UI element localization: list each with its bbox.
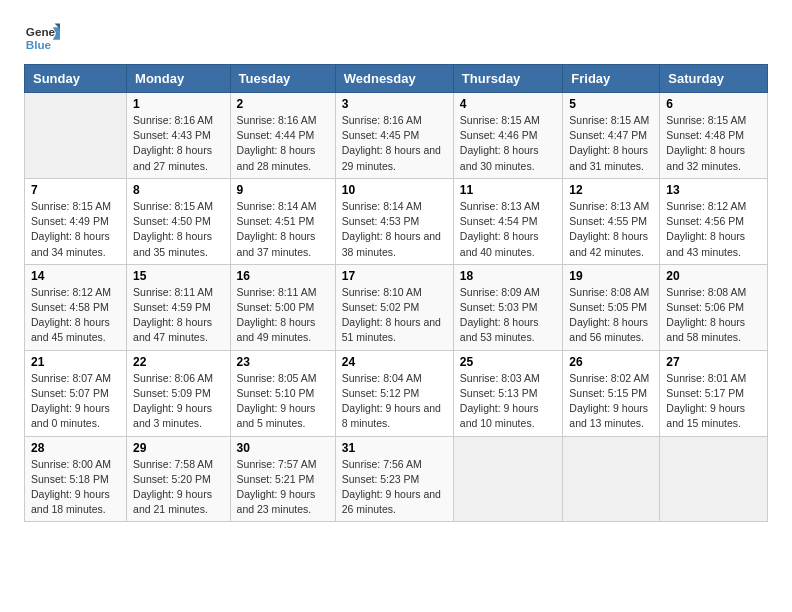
day-cell: 25Sunrise: 8:03 AMSunset: 5:13 PMDayligh… xyxy=(453,350,562,436)
day-cell: 26Sunrise: 8:02 AMSunset: 5:15 PMDayligh… xyxy=(563,350,660,436)
day-number: 16 xyxy=(237,269,329,283)
day-number: 5 xyxy=(569,97,653,111)
day-number: 2 xyxy=(237,97,329,111)
day-number: 14 xyxy=(31,269,120,283)
day-number: 6 xyxy=(666,97,761,111)
header-cell-sunday: Sunday xyxy=(25,65,127,93)
week-row-3: 14Sunrise: 8:12 AMSunset: 4:58 PMDayligh… xyxy=(25,264,768,350)
day-cell: 2Sunrise: 8:16 AMSunset: 4:44 PMDaylight… xyxy=(230,93,335,179)
day-cell: 15Sunrise: 8:11 AMSunset: 4:59 PMDayligh… xyxy=(127,264,230,350)
day-info: Sunrise: 8:01 AMSunset: 5:17 PMDaylight:… xyxy=(666,371,761,432)
day-cell xyxy=(660,436,768,522)
day-cell: 17Sunrise: 8:10 AMSunset: 5:02 PMDayligh… xyxy=(335,264,453,350)
day-info: Sunrise: 8:16 AMSunset: 4:43 PMDaylight:… xyxy=(133,113,223,174)
header-cell-monday: Monday xyxy=(127,65,230,93)
day-info: Sunrise: 7:58 AMSunset: 5:20 PMDaylight:… xyxy=(133,457,223,518)
day-cell: 12Sunrise: 8:13 AMSunset: 4:55 PMDayligh… xyxy=(563,178,660,264)
day-info: Sunrise: 8:14 AMSunset: 4:51 PMDaylight:… xyxy=(237,199,329,260)
day-number: 20 xyxy=(666,269,761,283)
day-number: 24 xyxy=(342,355,447,369)
calendar-body: 1Sunrise: 8:16 AMSunset: 4:43 PMDaylight… xyxy=(25,93,768,522)
day-number: 28 xyxy=(31,441,120,455)
day-cell: 8Sunrise: 8:15 AMSunset: 4:50 PMDaylight… xyxy=(127,178,230,264)
day-cell: 1Sunrise: 8:16 AMSunset: 4:43 PMDaylight… xyxy=(127,93,230,179)
day-info: Sunrise: 8:16 AMSunset: 4:45 PMDaylight:… xyxy=(342,113,447,174)
day-cell: 22Sunrise: 8:06 AMSunset: 5:09 PMDayligh… xyxy=(127,350,230,436)
day-info: Sunrise: 8:15 AMSunset: 4:50 PMDaylight:… xyxy=(133,199,223,260)
day-cell xyxy=(563,436,660,522)
day-number: 27 xyxy=(666,355,761,369)
day-cell: 18Sunrise: 8:09 AMSunset: 5:03 PMDayligh… xyxy=(453,264,562,350)
day-number: 22 xyxy=(133,355,223,369)
day-number: 18 xyxy=(460,269,556,283)
day-number: 11 xyxy=(460,183,556,197)
day-number: 30 xyxy=(237,441,329,455)
day-info: Sunrise: 8:15 AMSunset: 4:48 PMDaylight:… xyxy=(666,113,761,174)
day-cell: 6Sunrise: 8:15 AMSunset: 4:48 PMDaylight… xyxy=(660,93,768,179)
calendar-table: SundayMondayTuesdayWednesdayThursdayFrid… xyxy=(24,64,768,522)
day-number: 23 xyxy=(237,355,329,369)
day-info: Sunrise: 8:15 AMSunset: 4:47 PMDaylight:… xyxy=(569,113,653,174)
day-number: 17 xyxy=(342,269,447,283)
week-row-4: 21Sunrise: 8:07 AMSunset: 5:07 PMDayligh… xyxy=(25,350,768,436)
day-cell: 27Sunrise: 8:01 AMSunset: 5:17 PMDayligh… xyxy=(660,350,768,436)
day-cell: 4Sunrise: 8:15 AMSunset: 4:46 PMDaylight… xyxy=(453,93,562,179)
day-number: 15 xyxy=(133,269,223,283)
day-number: 1 xyxy=(133,97,223,111)
day-number: 25 xyxy=(460,355,556,369)
calendar-header: SundayMondayTuesdayWednesdayThursdayFrid… xyxy=(25,65,768,93)
header-cell-saturday: Saturday xyxy=(660,65,768,93)
day-info: Sunrise: 8:15 AMSunset: 4:49 PMDaylight:… xyxy=(31,199,120,260)
day-info: Sunrise: 8:10 AMSunset: 5:02 PMDaylight:… xyxy=(342,285,447,346)
day-info: Sunrise: 8:13 AMSunset: 4:55 PMDaylight:… xyxy=(569,199,653,260)
day-info: Sunrise: 8:16 AMSunset: 4:44 PMDaylight:… xyxy=(237,113,329,174)
day-number: 7 xyxy=(31,183,120,197)
day-number: 21 xyxy=(31,355,120,369)
day-number: 19 xyxy=(569,269,653,283)
day-info: Sunrise: 8:03 AMSunset: 5:13 PMDaylight:… xyxy=(460,371,556,432)
day-number: 4 xyxy=(460,97,556,111)
day-info: Sunrise: 8:09 AMSunset: 5:03 PMDaylight:… xyxy=(460,285,556,346)
day-cell: 24Sunrise: 8:04 AMSunset: 5:12 PMDayligh… xyxy=(335,350,453,436)
day-cell: 9Sunrise: 8:14 AMSunset: 4:51 PMDaylight… xyxy=(230,178,335,264)
header-cell-tuesday: Tuesday xyxy=(230,65,335,93)
day-info: Sunrise: 8:11 AMSunset: 5:00 PMDaylight:… xyxy=(237,285,329,346)
day-info: Sunrise: 8:05 AMSunset: 5:10 PMDaylight:… xyxy=(237,371,329,432)
logo: General Blue xyxy=(24,20,60,56)
day-number: 29 xyxy=(133,441,223,455)
day-cell: 11Sunrise: 8:13 AMSunset: 4:54 PMDayligh… xyxy=(453,178,562,264)
day-number: 13 xyxy=(666,183,761,197)
day-cell: 7Sunrise: 8:15 AMSunset: 4:49 PMDaylight… xyxy=(25,178,127,264)
day-cell: 29Sunrise: 7:58 AMSunset: 5:20 PMDayligh… xyxy=(127,436,230,522)
logo-icon: General Blue xyxy=(24,20,60,56)
day-cell xyxy=(453,436,562,522)
day-info: Sunrise: 8:07 AMSunset: 5:07 PMDaylight:… xyxy=(31,371,120,432)
day-cell: 5Sunrise: 8:15 AMSunset: 4:47 PMDaylight… xyxy=(563,93,660,179)
day-info: Sunrise: 8:14 AMSunset: 4:53 PMDaylight:… xyxy=(342,199,447,260)
day-info: Sunrise: 8:08 AMSunset: 5:05 PMDaylight:… xyxy=(569,285,653,346)
day-number: 3 xyxy=(342,97,447,111)
svg-text:Blue: Blue xyxy=(26,38,52,51)
header: General Blue xyxy=(24,20,768,56)
day-info: Sunrise: 8:12 AMSunset: 4:56 PMDaylight:… xyxy=(666,199,761,260)
header-cell-wednesday: Wednesday xyxy=(335,65,453,93)
day-cell: 21Sunrise: 8:07 AMSunset: 5:07 PMDayligh… xyxy=(25,350,127,436)
day-info: Sunrise: 8:08 AMSunset: 5:06 PMDaylight:… xyxy=(666,285,761,346)
day-number: 31 xyxy=(342,441,447,455)
day-cell: 10Sunrise: 8:14 AMSunset: 4:53 PMDayligh… xyxy=(335,178,453,264)
day-cell: 31Sunrise: 7:56 AMSunset: 5:23 PMDayligh… xyxy=(335,436,453,522)
day-info: Sunrise: 8:02 AMSunset: 5:15 PMDaylight:… xyxy=(569,371,653,432)
day-info: Sunrise: 8:12 AMSunset: 4:58 PMDaylight:… xyxy=(31,285,120,346)
header-cell-friday: Friday xyxy=(563,65,660,93)
day-info: Sunrise: 7:56 AMSunset: 5:23 PMDaylight:… xyxy=(342,457,447,518)
week-row-2: 7Sunrise: 8:15 AMSunset: 4:49 PMDaylight… xyxy=(25,178,768,264)
day-cell: 20Sunrise: 8:08 AMSunset: 5:06 PMDayligh… xyxy=(660,264,768,350)
day-number: 12 xyxy=(569,183,653,197)
day-number: 26 xyxy=(569,355,653,369)
week-row-5: 28Sunrise: 8:00 AMSunset: 5:18 PMDayligh… xyxy=(25,436,768,522)
day-cell: 19Sunrise: 8:08 AMSunset: 5:05 PMDayligh… xyxy=(563,264,660,350)
day-cell xyxy=(25,93,127,179)
day-info: Sunrise: 8:15 AMSunset: 4:46 PMDaylight:… xyxy=(460,113,556,174)
day-info: Sunrise: 8:04 AMSunset: 5:12 PMDaylight:… xyxy=(342,371,447,432)
day-cell: 14Sunrise: 8:12 AMSunset: 4:58 PMDayligh… xyxy=(25,264,127,350)
